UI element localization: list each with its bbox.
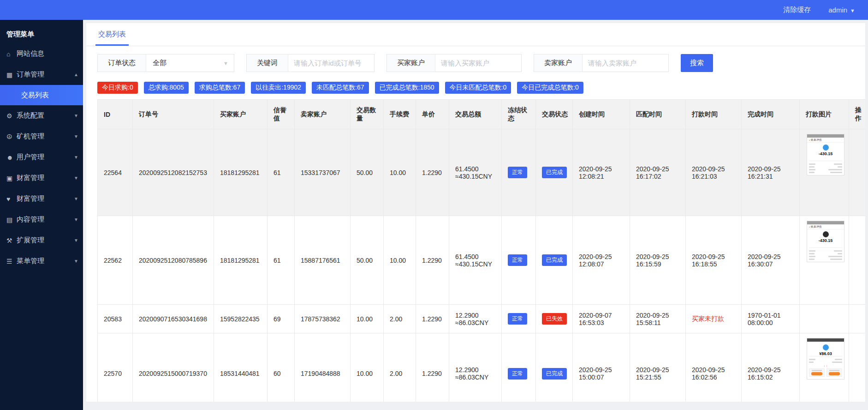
receipt-nav: ‹ 账单详情 <box>807 224 844 229</box>
cell-qty: 10.00 <box>351 305 384 333</box>
chevron-down-icon: ▼ <box>74 238 78 243</box>
column-header: 交易状态 <box>536 100 573 129</box>
table-wrap: ID订单号买家账户信誉值卖家账户交易数量手续费单价交易总额冻结状态交易状态创建时… <box>86 99 865 402</box>
sidebar-item-2[interactable]: ⚙系统配置▼ <box>0 105 83 126</box>
receipt-detail <box>809 161 842 173</box>
orders-icon: ▦ <box>6 71 17 78</box>
cell-created-time: 2020-09-25 15:00:07 <box>573 333 630 402</box>
home-icon: ⌂ <box>6 50 17 58</box>
sidebar-item-4[interactable]: ☻用户管理▼ <box>0 147 83 168</box>
trade-status-badge: 已完成 <box>542 167 567 178</box>
chevron-down-icon: ▼ <box>74 196 78 201</box>
column-header: 信誉值 <box>268 100 295 129</box>
cell-paid-time: 2020-09-25 16:21:03 <box>686 129 742 216</box>
cell-seller: 17875738362 <box>295 305 351 333</box>
cell-id: 22570 <box>98 333 133 402</box>
cell-trade-status: 已完成 <box>536 216 573 305</box>
cell-price: 1.2290 <box>416 305 449 333</box>
table-row: 2257020200925150007193701853144048160171… <box>98 333 866 402</box>
cell-paid-time: 2020-09-25 16:02:56 <box>686 333 742 402</box>
content-icon: ▤ <box>6 216 17 223</box>
cell-operation <box>849 129 866 216</box>
receipt-note: ·· <box>807 157 844 159</box>
cell-price: 1.2290 <box>416 129 449 216</box>
tab-transaction-list[interactable]: 交易列表 <box>95 30 129 46</box>
column-header: 打款时间 <box>686 100 742 129</box>
search-button[interactable]: 搜索 <box>681 54 713 72</box>
keyword-group: 关键词 <box>246 54 375 72</box>
seller-group: 卖家账户 <box>534 54 669 72</box>
sidebar-item-3[interactable]: ☮矿机管理▼ <box>0 126 83 147</box>
stat-badge: 未匹配总笔数:67 <box>312 82 369 94</box>
sidebar-item-label: 用户管理 <box>17 153 74 162</box>
cell-freeze-status: 正常 <box>502 129 536 216</box>
column-header: 交易总额 <box>449 100 502 129</box>
column-header: 匹配时间 <box>630 100 686 129</box>
stats-bar: 今日求购:0总求购:8005求购总笔数:67以往卖出:19902未匹配总笔数:6… <box>86 72 865 99</box>
sidebar-item-label: 系统配置 <box>17 111 74 120</box>
sidebar-item-label: 内容管理 <box>17 215 74 224</box>
payment-receipt-thumbnail[interactable]: ‹ 账单详情-430.15·· <box>807 134 844 175</box>
stat-badge: 以往卖出:19902 <box>251 82 306 94</box>
sidebar-item-label: 菜单管理 <box>17 257 74 265</box>
cell-order-no: 2020092512080785896 <box>133 216 214 305</box>
column-header: 手续费 <box>384 100 416 129</box>
sidebar-item-1[interactable]: ▦订单管理▲ <box>0 64 83 85</box>
sidebar-item-7[interactable]: ▤内容管理▼ <box>0 209 83 230</box>
freeze-status-badge: 正常 <box>508 313 527 325</box>
cell-seller: 17190484888 <box>295 333 351 402</box>
sidebar-subitem-交易列表[interactable]: 交易列表 <box>0 85 83 105</box>
miner-icon: ☮ <box>6 133 17 140</box>
cell-seller: 15887176561 <box>295 216 351 305</box>
keyword-input[interactable] <box>288 54 374 72</box>
chevron-up-icon: ▲ <box>74 72 78 77</box>
keyword-label: 关键词 <box>247 54 288 72</box>
payment-receipt-thumbnail[interactable]: ¥86.03！！ <box>807 338 844 380</box>
sidebar-item-5[interactable]: ▣财富管理▼ <box>0 168 83 188</box>
buyer-input[interactable] <box>435 54 521 72</box>
stat-badge: 今日未匹配总笔数:0 <box>445 82 511 94</box>
transactions-table: ID订单号买家账户信誉值卖家账户交易数量手续费单价交易总额冻结状态交易状态创建时… <box>97 99 865 402</box>
seller-input[interactable] <box>583 54 668 72</box>
cell-total: 12.2900 ≈86.03CNY <box>449 305 502 333</box>
users-icon: ☻ <box>6 154 17 161</box>
sidebar-item-6[interactable]: ♥财富管理▼ <box>0 188 83 209</box>
cell-order-no: 2020090716530341698 <box>133 305 214 333</box>
cell-total: 61.4500 ≈430.15CNY <box>449 216 502 305</box>
receipt-detail <box>809 356 842 363</box>
extension-icon: ⚒ <box>6 237 17 244</box>
cell-payment-image: ‹ 账单详情-430.15·· <box>800 129 849 216</box>
sidebar-item-8[interactable]: ⚒扩展管理▼ <box>0 230 83 251</box>
table-row: 2058320200907165303416981595282243569178… <box>98 305 866 333</box>
cell-order-no: 2020092512082152753 <box>133 129 214 216</box>
column-header: 打款图片 <box>800 100 849 129</box>
select-arrow-icon: ▼ <box>223 60 228 66</box>
payment-receipt-thumbnail[interactable]: ‹ 账单详情-430.15·· <box>807 221 844 262</box>
table-body: 2256420200925120821527531818129528161153… <box>98 129 866 402</box>
cell-id: 22564 <box>98 129 133 216</box>
table-header-row: ID订单号买家账户信誉值卖家账户交易数量手续费单价交易总额冻结状态交易状态创建时… <box>98 100 866 129</box>
cell-buyer: 18531440481 <box>214 333 268 402</box>
sidebar-item-9[interactable]: ☰菜单管理▼ <box>0 251 83 271</box>
cell-seller: 15331737067 <box>295 129 351 216</box>
cell-qty: 50.00 <box>351 129 384 216</box>
clear-cache-link[interactable]: 清除缓存 <box>783 6 811 14</box>
cell-created-time: 2020-09-25 12:08:07 <box>573 216 630 305</box>
order-status-select[interactable]: 全部 ▼ <box>146 54 234 72</box>
user-menu[interactable]: admin▼ <box>828 6 855 14</box>
cell-matched-time: 2020-09-25 16:15:59 <box>630 216 686 305</box>
column-header: 完成时间 <box>742 100 800 129</box>
cell-finished-time: 2020-09-25 16:15:02 <box>742 333 800 402</box>
receipt-avatar-icon <box>823 231 829 237</box>
receipt-amount: ¥86.03 <box>807 351 844 356</box>
column-header: 买家账户 <box>214 100 268 129</box>
cell-freeze-status: 正常 <box>502 305 536 333</box>
cell-trade-status: 已完成 <box>536 129 573 216</box>
column-header: 订单号 <box>133 100 214 129</box>
sidebar-item-0[interactable]: ⌂网站信息 <box>0 43 83 64</box>
receipt-amount: -430.15 <box>807 151 844 156</box>
filter-bar: 订单状态 全部 ▼ 关键词 买家账户 卖家账户 搜索 <box>86 46 865 72</box>
cell-price: 1.2290 <box>416 333 449 402</box>
sidebar-item-label: 订单管理 <box>17 70 74 79</box>
chevron-down-icon: ▼ <box>850 8 855 13</box>
